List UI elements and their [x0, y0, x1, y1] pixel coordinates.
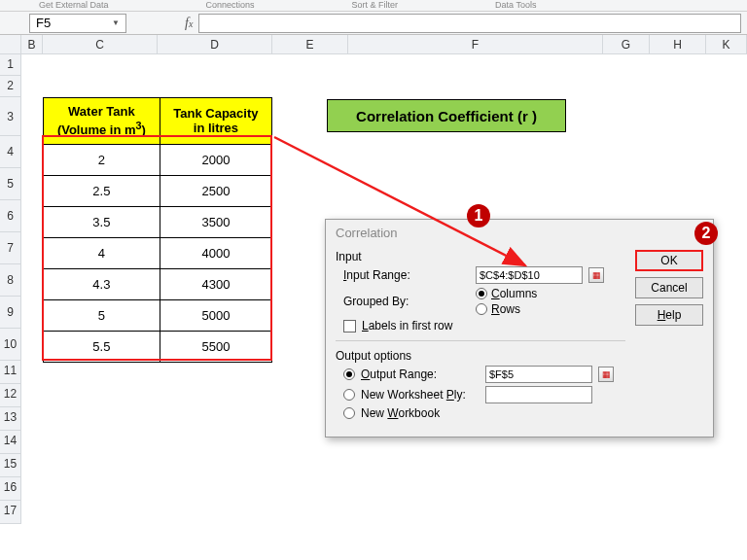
- spreadsheet-grid[interactable]: B C D E F G H K: [0, 35, 747, 54]
- row-header[interactable]: 4: [0, 136, 21, 168]
- table-row: 44000: [44, 237, 272, 268]
- labels-first-row-checkbox[interactable]: [343, 320, 356, 332]
- col-header[interactable]: B: [21, 35, 43, 54]
- row-header[interactable]: 5: [0, 168, 21, 200]
- radio-output-range[interactable]: [343, 368, 355, 380]
- row-header[interactable]: 10: [0, 329, 21, 361]
- data-table: Water Tank (Volume in m3) Tank Capacityi…: [43, 97, 272, 363]
- output-range-field[interactable]: [485, 366, 592, 383]
- name-box[interactable]: F5 ▼: [29, 14, 126, 33]
- col-header[interactable]: F: [348, 35, 603, 54]
- row-header[interactable]: 7: [0, 232, 21, 264]
- output-section-label: Output options: [336, 349, 625, 363]
- ok-button[interactable]: OK: [635, 250, 703, 271]
- row-header[interactable]: 9: [0, 297, 21, 329]
- row-header[interactable]: 11: [0, 361, 21, 384]
- help-button[interactable]: Help: [635, 304, 703, 326]
- dialog-title: Correlation: [326, 220, 713, 244]
- labels-first-row-label: Labels in first row: [362, 319, 452, 332]
- new-workbook-label: New Workbook: [361, 406, 487, 420]
- table-row: 5.55500: [44, 331, 272, 362]
- callout-1: 1: [467, 204, 490, 228]
- row-header[interactable]: 17: [0, 501, 21, 524]
- radio-new-worksheet[interactable]: [343, 389, 355, 401]
- ribbon-group-labels: Get External Data Connections Sort & Fil…: [0, 0, 747, 12]
- cancel-button[interactable]: Cancel: [635, 277, 703, 298]
- radio-rows-label: Rows: [491, 302, 520, 316]
- row-header[interactable]: 14: [0, 431, 21, 454]
- row-header[interactable]: 6: [0, 200, 21, 232]
- col-header[interactable]: G: [603, 35, 650, 54]
- table-row: 4.34300: [44, 268, 272, 299]
- input-section-label: Input: [336, 250, 625, 263]
- table-row: 22000: [44, 144, 272, 175]
- row-header[interactable]: 13: [0, 407, 21, 431]
- callout-2: 2: [694, 222, 718, 245]
- output-range-label: Output Range:: [361, 368, 480, 381]
- radio-rows[interactable]: [476, 303, 487, 315]
- row-header[interactable]: 16: [0, 477, 21, 501]
- radio-new-workbook[interactable]: [343, 407, 355, 419]
- formula-bar[interactable]: [198, 14, 741, 33]
- table-header-volume: Water Tank (Volume in m3): [44, 98, 160, 145]
- row-header[interactable]: 3: [0, 97, 21, 136]
- table-row: 55000: [44, 299, 272, 331]
- input-range-field[interactable]: [476, 266, 583, 284]
- row-header[interactable]: 12: [0, 384, 21, 407]
- table-row: 3.53500: [44, 206, 272, 237]
- row-header[interactable]: 15: [0, 454, 21, 477]
- title-box: Correlation Coefficient (r ): [327, 99, 566, 132]
- col-header[interactable]: H: [650, 35, 706, 54]
- formula-bar-row: F5 ▼ fx: [0, 12, 747, 35]
- new-worksheet-field[interactable]: [485, 386, 592, 403]
- input-range-label: Input Range:: [343, 268, 470, 282]
- radio-columns[interactable]: [476, 288, 487, 299]
- range-picker-icon[interactable]: ▦: [598, 367, 614, 382]
- new-worksheet-label: New Worksheet Ply:: [361, 388, 480, 402]
- table-header-capacity: Tank Capacityin litres: [160, 98, 271, 145]
- name-box-dropdown-icon[interactable]: ▼: [112, 18, 120, 27]
- radio-columns-label: Columns: [491, 287, 537, 300]
- col-header[interactable]: C: [43, 35, 158, 54]
- fx-icon[interactable]: fx: [185, 16, 193, 31]
- col-header[interactable]: K: [706, 35, 747, 54]
- col-header[interactable]: E: [272, 35, 348, 54]
- col-header[interactable]: D: [158, 35, 272, 54]
- name-box-value: F5: [36, 16, 51, 30]
- row-header[interactable]: 2: [0, 76, 21, 97]
- grouped-by-label: Grouped By:: [343, 295, 470, 308]
- row-header[interactable]: 1: [0, 54, 21, 76]
- range-picker-icon[interactable]: ▦: [588, 267, 604, 283]
- table-row: 2.52500: [44, 175, 272, 206]
- correlation-dialog: Correlation Input Input Range: ▦ Grouped…: [325, 219, 714, 438]
- row-header[interactable]: 8: [0, 264, 21, 297]
